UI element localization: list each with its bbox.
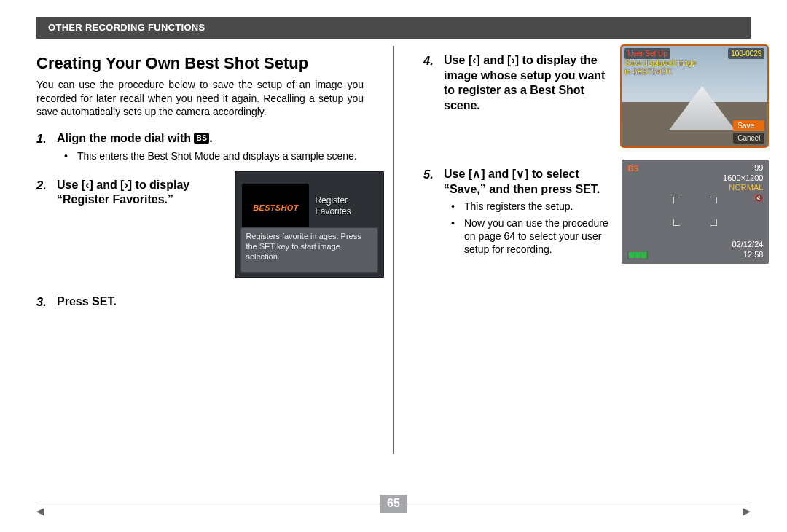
step-1: 1. Align the mode dial with BS. [36, 131, 364, 146]
lcd1-description: Registers favorite images. Press the SET… [240, 227, 378, 273]
bullet-icon: • [451, 200, 458, 213]
bullet-icon: • [64, 149, 71, 163]
lcd1-labels: Register Favorites [315, 195, 351, 217]
two-column-layout: Creating Your Own Best Shot Setup You ca… [36, 46, 751, 454]
lcd3-date: 02/12/24 [732, 239, 764, 249]
step-3-body: Press SET. [57, 294, 117, 310]
step-4: 4. Use [‹] and [›] to display the image … [423, 53, 613, 114]
step-1-number: 1. [36, 131, 51, 146]
lcd-status-screen: BS 99 1600×1200 NORMAL 🔇 02/12/24 12:58 [622, 160, 769, 264]
column-left: Creating Your Own Best Shot Setup You ca… [36, 46, 364, 454]
step-2-number: 2. [36, 178, 51, 208]
step-2-row: 2. Use [‹] and [›] to display “Register … [36, 171, 364, 278]
lcd2-caption-line2: in BESTSHOT. [624, 68, 696, 77]
step-1-body: Align the mode dial with BS. [57, 131, 213, 146]
step-4-body: Use [‹] and [›] to display the image who… [444, 53, 613, 114]
step-3-number: 3. [36, 294, 51, 310]
page-title: Creating Your Own Best Shot Setup [36, 53, 364, 74]
step-1-bullet: This enters the Best Shot Mode and displ… [77, 149, 357, 163]
column-right: 4. Use [‹] and [›] to display the image … [423, 46, 751, 454]
step-1-text-post: . [209, 132, 212, 144]
lcd1-label-register: Register [315, 195, 351, 206]
step-5: 5. Use [∧] and [∨] to select “Save,” and… [423, 167, 613, 197]
step-3: 3. Press SET. [36, 294, 364, 310]
lcd2-title: User Set Up [624, 48, 670, 59]
lcd2-options: Save Cancel [733, 119, 764, 144]
page-footer: 65 ◀ ▶ [36, 495, 751, 513]
manual-page: OTHER RECORDING FUNCTIONS Creating Your … [0, 0, 787, 532]
bs-mode-icon: BS [194, 133, 209, 144]
lcd3-af-frame [673, 197, 717, 226]
section-header-text: OTHER RECORDING FUNCTIONS [48, 22, 205, 33]
step-5-bullet-2: Now you can use the procedure on page 64… [464, 216, 613, 257]
bestshot-logo: BESTSHOT [253, 203, 298, 213]
section-header: OTHER RECORDING FUNCTIONS [36, 17, 751, 39]
step-1-text-pre: Align the mode dial with [57, 132, 194, 144]
lcd3-shots-remaining: 99 [754, 163, 763, 173]
step-5-bullet-1: This registers the setup. [464, 200, 573, 213]
prev-page-arrow-icon[interactable]: ◀ [36, 504, 44, 517]
lcd3-quality: NORMAL [729, 182, 763, 192]
lcd-user-setup: User Set Up 100-0029 Save displayed imag… [622, 46, 767, 146]
lcd1-thumbnail: BESTSHOT [242, 184, 309, 232]
step-4-number: 4. [423, 53, 438, 114]
battery-icon [627, 251, 648, 259]
lcd3-time: 12:58 [743, 249, 764, 259]
next-page-arrow-icon[interactable]: ▶ [743, 504, 751, 517]
step-5-body: Use [∧] and [∨] to select “Save,” and th… [444, 167, 613, 197]
lcd3-bs-indicator: BS [627, 163, 638, 173]
step-1-sub: • This enters the Best Shot Mode and dis… [64, 149, 364, 163]
lcd-register-favorites: BESTSHOT Register Favorites Registers fa… [235, 171, 384, 278]
lcd2-caption: Save displayed image in BESTSHOT. [624, 59, 696, 77]
step-5-number: 5. [423, 167, 438, 197]
lcd2-caption-line1: Save displayed image [624, 59, 696, 68]
page-number: 65 [380, 495, 407, 513]
step-5-sub: • This registers the setup. • Now you ca… [451, 200, 613, 256]
intro-paragraph: You can use the procedure below to save … [36, 78, 364, 118]
step-4-row: 4. Use [‹] and [›] to display the image … [423, 46, 751, 146]
step-5-row: 5. Use [∧] and [∨] to select “Save,” and… [423, 160, 751, 264]
lcd2-option-cancel: Cancel [733, 133, 764, 144]
step-2: 2. Use [‹] and [›] to display “Register … [36, 178, 226, 208]
footer-rule-left [36, 504, 380, 504]
bullet-icon: • [451, 216, 458, 257]
speaker-icon: 🔇 [754, 193, 763, 203]
footer-rule-right [407, 504, 751, 504]
lcd1-label-favorites: Favorites [315, 206, 351, 217]
column-divider [393, 46, 394, 454]
lcd2-counter: 100-0029 [728, 48, 764, 59]
lcd2-option-save: Save [733, 120, 764, 131]
step-2-body: Use [‹] and [›] to display “Register Fav… [57, 178, 226, 208]
